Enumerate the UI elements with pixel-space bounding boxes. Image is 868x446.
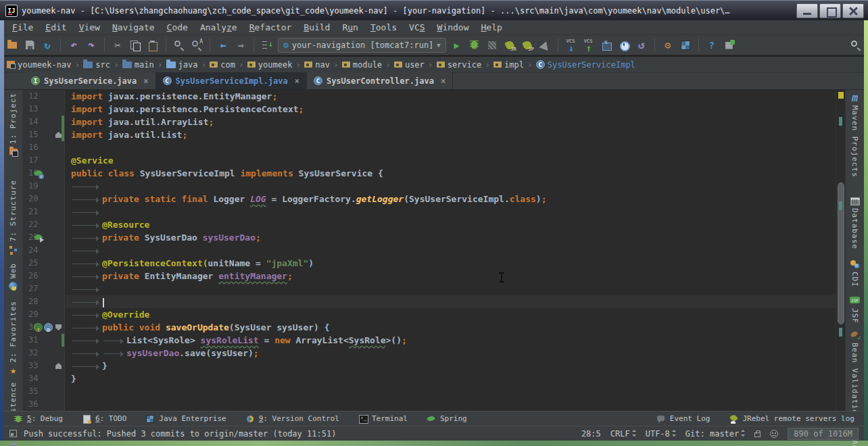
encoding-select[interactable]: UTF-8 [646, 429, 676, 439]
tool-window-button-9-version-control[interactable]: 9: Version Control [245, 414, 339, 424]
tab-sysuserserviceimpl-java[interactable]: CSysUserServiceImpl.java× [156, 72, 307, 89]
open-icon[interactable] [5, 39, 19, 52]
code-line-17[interactable]: 17@Service [23, 154, 836, 167]
undo-icon[interactable]: ↶ [67, 39, 80, 52]
menu-vcs[interactable]: VCS [404, 22, 430, 33]
forward-icon[interactable]: → [234, 39, 247, 52]
m-gutter-icon[interactable] [44, 323, 53, 332]
breadcrumb-item-module[interactable]: module [342, 60, 382, 70]
goto-line-icon[interactable] [260, 39, 274, 52]
fold-marker[interactable] [55, 132, 62, 138]
code-line-36[interactable]: 36 [23, 398, 836, 411]
stripe-mark-yellow[interactable] [838, 92, 844, 99]
menu-run[interactable]: Run [337, 22, 363, 33]
copy-icon[interactable] [128, 39, 142, 52]
sync-icon[interactable]: ↻ [41, 39, 54, 52]
menu-file[interactable]: File [7, 22, 39, 33]
tool-stripe-web[interactable]: Web [8, 263, 18, 291]
spring-class-gutter-icon[interactable] [34, 169, 43, 178]
tool-stripe-cdi[interactable]: CDI [850, 259, 860, 287]
stripe-mark-teal[interactable] [839, 201, 842, 210]
history-icon[interactable] [617, 39, 631, 52]
menu-edit[interactable]: Edit [40, 22, 72, 33]
tool-stripe-jsf[interactable]: JSF [850, 295, 860, 324]
minimize-button[interactable] [796, 3, 818, 18]
code-editor[interactable]: 12import javax.persistence.EntityManager… [23, 90, 836, 411]
tool-window-button-spring[interactable]: Spring [427, 414, 467, 424]
code-line-24[interactable]: 24 [23, 244, 836, 257]
lock-icon[interactable] [754, 432, 761, 437]
code-line-31[interactable]: 31List<SysRole> sysRoleList = new ArrayL… [23, 334, 836, 347]
find-icon[interactable] [172, 39, 186, 52]
tool-stripe-1-project[interactable]: 1: Project [8, 93, 18, 157]
menu-window[interactable]: Window [432, 22, 475, 33]
menu-tools[interactable]: Tools [365, 22, 402, 33]
tool-window-button-java-enterprise[interactable]: Java Enterprise [145, 414, 226, 424]
close-button[interactable] [842, 3, 864, 18]
vcs-commit-icon[interactable] [582, 39, 596, 52]
find-replace-icon[interactable] [190, 39, 203, 52]
tool-stripe-database[interactable]: Database [850, 195, 860, 249]
breadcrumb-item-com[interactable]: com [210, 60, 235, 70]
tool-window-button-event-log[interactable]: Event Log [656, 414, 710, 424]
run-icon[interactable]: ▶ [450, 39, 464, 52]
code-line-33[interactable]: 33} [23, 360, 836, 372]
fold-marker[interactable] [55, 363, 62, 369]
breadcrumb-item-youmeek[interactable]: youmeek [247, 60, 293, 70]
menu-build[interactable]: Build [298, 22, 335, 33]
line-ending-select[interactable]: CRLF [610, 429, 636, 439]
code-line-25[interactable]: 25@PersistenceContext(unitName = "jpaXml… [23, 257, 836, 270]
paste-icon[interactable] [146, 39, 160, 52]
menu-help[interactable]: Help [476, 22, 508, 33]
code-line-27[interactable]: 27 [23, 282, 836, 295]
code-line-12[interactable]: 12import javax.persistence.EntityManager… [23, 90, 836, 103]
tool-stripe-7-structure[interactable]: 7: Structure [8, 180, 18, 254]
close-icon[interactable]: × [441, 76, 445, 86]
code-line-22[interactable]: 22@Resource [23, 218, 836, 231]
search-everywhere-icon[interactable] [849, 39, 863, 52]
menu-navigate[interactable]: Navigate [107, 22, 160, 33]
code-line-18[interactable]: 18public class SysUserServiceImpl implem… [23, 167, 836, 180]
code-line-23[interactable]: 23private SysUserDao sysUserDao; [23, 231, 836, 244]
hector-inspections-icon[interactable] [770, 430, 778, 438]
code-line-30[interactable]: 30public void saveOrUpdate(SysUser sysUs… [23, 321, 836, 334]
help-icon[interactable]: ? [705, 39, 719, 52]
code-line-16[interactable]: 16 [23, 141, 836, 154]
breadcrumb-item-java[interactable]: java [166, 60, 198, 70]
code-line-35[interactable]: 35 [23, 385, 836, 398]
cut-icon[interactable]: ✂ [111, 39, 124, 52]
fold-marker[interactable] [55, 324, 62, 330]
breadcrumb-item-sysuserserviceimpl[interactable]: CSysUserServiceImpl [536, 60, 635, 70]
close-icon[interactable]: × [295, 76, 299, 86]
jrebel-debug-icon[interactable] [521, 39, 534, 52]
jrebel-save-icon[interactable] [723, 39, 736, 52]
tab-sysusercontroller-java[interactable]: CSysUserController.java× [307, 72, 453, 89]
code-line-13[interactable]: 13import javax.persistence.PersistenceCo… [23, 103, 836, 116]
toolwindow-toggle-icon[interactable] [9, 430, 17, 437]
git-branch-widget[interactable]: Git: master [685, 429, 745, 439]
run-configuration-select[interactable]: ⚙ your-navigation [tomcat7:run] ▼ [278, 38, 446, 53]
tab-sysuserservice-java[interactable]: ISysUserService.java× [24, 72, 156, 89]
shelve-icon[interactable] [600, 39, 613, 52]
breadcrumb-item-nav[interactable]: nav [304, 60, 330, 70]
maximize-button[interactable] [819, 3, 841, 18]
menu-view[interactable]: View [74, 22, 105, 33]
caret-position[interactable]: 28:5 [581, 429, 601, 439]
coverage-icon[interactable] [485, 39, 499, 52]
tool-stripe-2-favorites[interactable]: 2: Favorites★ [8, 301, 18, 375]
menu-refactor[interactable]: Refactor [244, 22, 297, 33]
breadcrumb-item-src[interactable]: src [83, 60, 110, 70]
breadcrumb-item-impl[interactable]: impl [493, 60, 524, 70]
redo-icon[interactable]: ↷ [85, 39, 98, 52]
code-line-28[interactable]: 28 [23, 295, 836, 308]
code-line-15[interactable]: 15import java.util.List; [23, 128, 836, 141]
override-gutter-icon[interactable] [34, 323, 43, 332]
breadcrumb-item-youmeek-nav[interactable]: youmeek-nav [7, 60, 71, 70]
tool-window-button-5-debug[interactable]: 5: Debug [14, 414, 63, 424]
breadcrumb-item-service[interactable]: service [437, 60, 482, 70]
rollback-icon[interactable]: ↺ [635, 39, 648, 52]
breadcrumb-item-user[interactable]: user [394, 60, 425, 70]
vcs-update-icon[interactable] [564, 39, 578, 52]
menu-code[interactable]: Code [162, 22, 193, 33]
back-icon[interactable]: ← [216, 39, 230, 52]
